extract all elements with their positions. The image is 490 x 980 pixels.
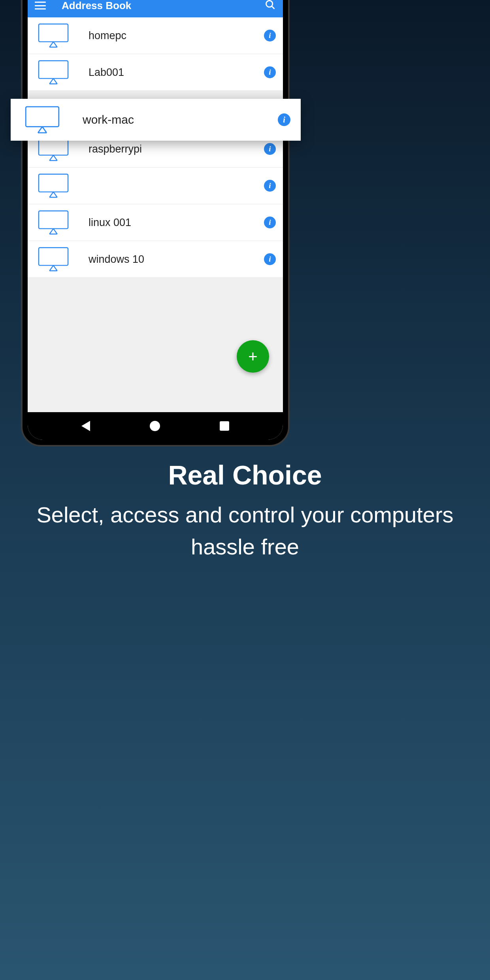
svg-rect-22 (39, 248, 68, 266)
promo-title: Real Choice (20, 460, 470, 490)
info-icon[interactable]: i (264, 253, 276, 265)
recents-icon[interactable] (220, 421, 229, 431)
monitor-icon (38, 210, 69, 235)
device-row[interactable]: homepc i (28, 17, 283, 54)
device-row[interactable]: linux 001 i (28, 204, 283, 241)
device-name: Lab001 (89, 66, 264, 79)
home-icon[interactable] (150, 421, 160, 431)
svg-line-8 (49, 79, 53, 84)
svg-line-16 (49, 192, 53, 198)
svg-rect-2 (39, 24, 68, 42)
device-row[interactable]: i (28, 168, 283, 204)
promo-text: Real Choice Select, access and control y… (0, 460, 490, 563)
svg-line-28 (38, 127, 42, 133)
svg-line-1 (272, 6, 275, 9)
svg-line-5 (53, 42, 57, 47)
app-bar: Address Book (28, 0, 283, 17)
phone-screen: Address Book homepc i Lab001 (28, 0, 283, 440)
device-name: windows 10 (89, 253, 264, 266)
svg-line-12 (49, 155, 53, 161)
promo-subtitle: Select, access and control your computer… (20, 499, 470, 563)
svg-line-29 (42, 127, 47, 133)
svg-line-25 (53, 266, 57, 271)
add-button[interactable]: + (237, 340, 269, 373)
search-icon[interactable] (265, 0, 276, 12)
svg-line-13 (53, 155, 57, 161)
monitor-icon (25, 106, 60, 134)
device-row-highlighted[interactable]: work-mac i (11, 99, 301, 141)
svg-line-24 (49, 266, 53, 271)
phone-frame: Address Book homepc i Lab001 (21, 0, 290, 447)
svg-rect-26 (26, 107, 59, 127)
android-nav-bar (28, 412, 283, 440)
svg-rect-6 (39, 61, 68, 79)
svg-line-9 (53, 79, 57, 84)
svg-point-0 (266, 1, 273, 7)
info-icon[interactable]: i (264, 180, 276, 192)
svg-line-20 (49, 229, 53, 234)
info-icon[interactable]: i (278, 113, 290, 126)
svg-line-21 (53, 229, 57, 234)
svg-line-17 (53, 192, 57, 198)
info-icon[interactable]: i (264, 30, 276, 41)
info-icon[interactable]: i (264, 143, 276, 155)
info-icon[interactable]: i (264, 217, 276, 228)
device-name: linux 001 (89, 217, 264, 229)
info-icon[interactable]: i (264, 66, 276, 78)
svg-line-4 (49, 42, 53, 47)
page-title: Address Book (62, 0, 265, 12)
device-row[interactable]: Lab001 i (28, 54, 283, 91)
monitor-icon (38, 247, 69, 272)
svg-rect-14 (39, 174, 68, 192)
menu-icon[interactable] (35, 2, 46, 9)
back-icon[interactable] (81, 421, 90, 431)
monitor-icon (38, 60, 69, 85)
device-list: homepc i Lab001 i raspberrypi i (28, 17, 283, 412)
device-name: homepc (89, 30, 264, 42)
device-name: raspberrypi (89, 143, 264, 155)
monitor-icon (38, 23, 69, 48)
device-row[interactable]: windows 10 i (28, 241, 283, 278)
device-name: work-mac (83, 113, 278, 126)
svg-rect-18 (39, 211, 68, 229)
monitor-icon (38, 173, 69, 198)
